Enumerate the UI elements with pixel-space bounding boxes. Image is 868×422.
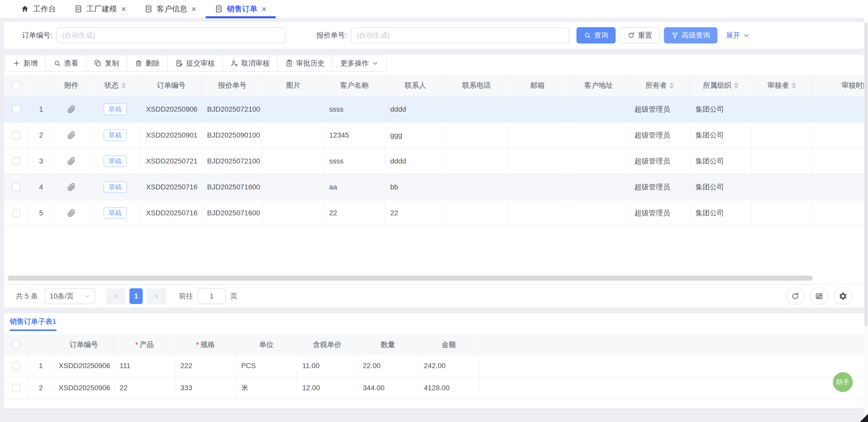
row-checkbox[interactable] <box>12 105 20 113</box>
subtable-row[interactable]: 1 XSDD20250906 111 222 PCS 11.00 22.00 2… <box>4 355 864 377</box>
tab-customer-info[interactable]: 客户信息 × <box>135 0 206 18</box>
cell-product: 111 <box>115 355 175 377</box>
sales-order-page: 工作台 工厂建模 × 客户信息 × 销售订单 × 订单编号: 报价单号: 查询 <box>0 0 868 422</box>
query-button[interactable]: 查询 <box>577 27 616 43</box>
sort-icon[interactable] <box>792 82 796 89</box>
cell-quote-no: BJD2025071600 <box>202 200 263 226</box>
close-icon[interactable]: × <box>261 5 267 13</box>
paperclip-icon[interactable] <box>67 105 75 113</box>
refresh-button[interactable] <box>786 287 804 305</box>
cell-address <box>568 149 629 174</box>
assistant-button[interactable]: 助手 <box>833 372 853 392</box>
table-row[interactable]: 4 草稿 XSDD20250716 BJD2025071600 aa bb 超级… <box>4 174 864 200</box>
paperclip-icon[interactable] <box>67 209 75 217</box>
tab-workbench[interactable]: 工作台 <box>12 0 65 18</box>
cell-email <box>507 174 568 200</box>
filter-icon <box>671 32 679 39</box>
more-actions-button[interactable]: 更多操作 <box>333 56 386 71</box>
horizontal-scrollbar[interactable] <box>8 275 813 281</box>
prev-page-button[interactable] <box>106 288 125 304</box>
select-all-checkbox[interactable] <box>12 82 20 90</box>
submit-review-button[interactable]: 提交审核 <box>168 56 223 71</box>
paperclip-icon[interactable] <box>67 157 75 165</box>
next-page-button[interactable] <box>147 288 166 304</box>
subtable-tab[interactable]: 销售订单子表1 <box>10 317 57 331</box>
goto-page-input[interactable] <box>198 288 226 304</box>
tab-sales-order[interactable]: 销售订单 × <box>206 0 276 18</box>
table-row[interactable]: 3 草稿 XSDD20250721 BJD2025072100 ssss ddd… <box>4 149 864 174</box>
status-badge: 草稿 <box>103 207 127 219</box>
paperclip-icon[interactable] <box>67 183 75 191</box>
table-row[interactable]: 2 草稿 XSDD20250901 BJD2025090100 12345 gg… <box>4 123 864 149</box>
row-checkbox[interactable] <box>12 384 20 392</box>
cell-customer: 12345 <box>324 123 385 148</box>
cell-customer: 22 <box>324 200 385 226</box>
expand-toggle[interactable]: 展开 <box>726 31 750 40</box>
cancel-review-button[interactable]: 取消审核 <box>223 56 278 71</box>
cell-quote-no: BJD2025072100 <box>202 97 263 122</box>
trash-icon <box>135 60 143 67</box>
cell-order-no: XSDD20250901 <box>141 123 202 148</box>
close-icon[interactable]: × <box>121 5 126 13</box>
cell-customer: ssss <box>324 149 385 174</box>
table-tools <box>786 287 852 305</box>
chevron-down-icon <box>743 32 750 39</box>
sort-icon[interactable] <box>121 82 126 89</box>
page-size-select[interactable]: 10条/页 <box>44 288 95 304</box>
subtable-row[interactable]: 2 XSDD20250906 22 333 米 12.00 344.00 412… <box>4 377 864 399</box>
document-icon <box>215 5 223 13</box>
row-checkbox[interactable] <box>12 209 20 217</box>
select-all-checkbox[interactable] <box>12 340 20 349</box>
search-panel: 订单编号: 报价单号: 查询 重置 高级查询 展开 <box>4 22 864 49</box>
subtable-header-row: 订单编号 *产品 *规格 单位 含税单价 数量 金额 <box>4 334 864 355</box>
delete-button[interactable]: 删除 <box>127 56 168 71</box>
table-row[interactable]: 1 草稿 XSDD20250906 BJD2025072100 ssss ddd… <box>4 97 864 123</box>
col-phone: 联系电话 <box>446 75 507 96</box>
vertical-scrollbar-thumb[interactable] <box>864 22 867 326</box>
cell-unit: PCS <box>236 355 297 377</box>
settings-button[interactable] <box>834 287 852 305</box>
mouse-cursor <box>859 413 868 422</box>
page-number-current[interactable]: 1 <box>129 288 143 304</box>
tab-label: 工厂建模 <box>87 4 117 14</box>
paperclip-icon[interactable] <box>67 131 75 139</box>
cell-order-no: XSDD20250906 <box>54 377 115 399</box>
required-mark: * <box>196 340 199 349</box>
cell-quote-no: BJD2025071600 <box>202 174 263 200</box>
copy-button[interactable]: 复制 <box>87 56 127 71</box>
sort-icon[interactable] <box>734 82 739 89</box>
column-settings-button[interactable] <box>810 287 828 305</box>
goto-label: 前往 <box>179 291 193 301</box>
refresh-icon <box>791 292 800 300</box>
close-icon[interactable]: × <box>191 5 196 13</box>
row-checkbox[interactable] <box>12 131 20 139</box>
cell-email <box>507 123 568 148</box>
row-checkbox[interactable] <box>12 183 20 191</box>
col-audit-time: 审核时间 <box>812 75 864 96</box>
col-address: 客户地址 <box>568 75 629 96</box>
reset-button[interactable]: 重置 <box>620 27 660 43</box>
row-index: 4 <box>29 174 54 200</box>
cell-image <box>263 200 324 226</box>
submit-review-icon <box>176 60 183 67</box>
order-no-input[interactable] <box>57 28 285 43</box>
review-history-button[interactable]: 审批历史 <box>278 56 333 71</box>
view-button[interactable]: 查看 <box>46 56 87 71</box>
tab-factory-modeling[interactable]: 工厂建模 × <box>65 0 135 18</box>
cell-product: 22 <box>115 377 175 399</box>
cell-qty: 22.00 <box>358 355 419 377</box>
cell-order-no: XSDD20250906 <box>141 97 202 122</box>
row-checkbox[interactable] <box>12 362 20 370</box>
cell-email <box>507 97 568 122</box>
status-badge: 草稿 <box>103 129 127 141</box>
col-price: 含税单价 <box>297 335 358 354</box>
order-no-label: 订单编号: <box>22 31 53 40</box>
advanced-query-button[interactable]: 高级查询 <box>664 27 717 43</box>
sort-icon[interactable] <box>669 82 674 89</box>
add-button[interactable]: 新增 <box>5 56 46 71</box>
cell-amount: 4128.00 <box>419 377 479 399</box>
cancel-review-icon <box>230 60 238 67</box>
quote-no-input[interactable] <box>351 28 569 43</box>
table-row[interactable]: 5 草稿 XSDD20250716 BJD2025071600 22 22 超级… <box>4 200 864 226</box>
row-checkbox[interactable] <box>12 157 20 165</box>
